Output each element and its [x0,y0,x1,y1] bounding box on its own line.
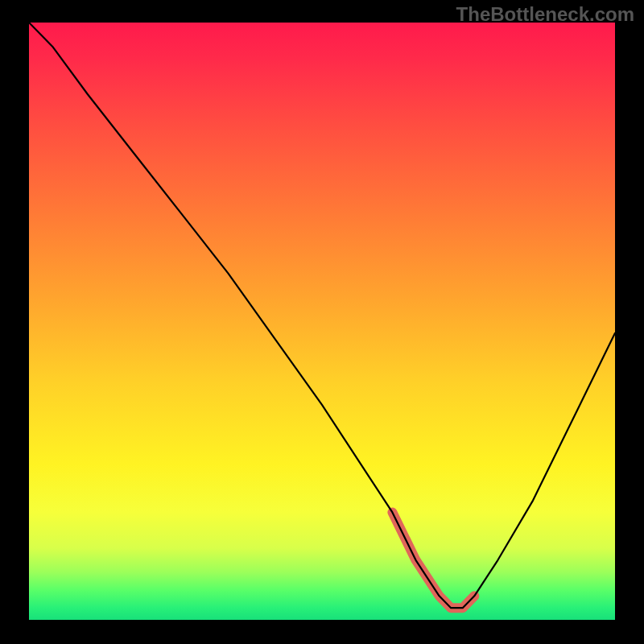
chart-container: TheBottleneck.com [0,0,644,644]
bottleneck-curve [29,23,615,608]
plot-area [29,23,615,620]
watermark-text: TheBottleneck.com [456,3,634,26]
curve-layer [29,23,615,620]
trough-highlight [392,512,474,608]
